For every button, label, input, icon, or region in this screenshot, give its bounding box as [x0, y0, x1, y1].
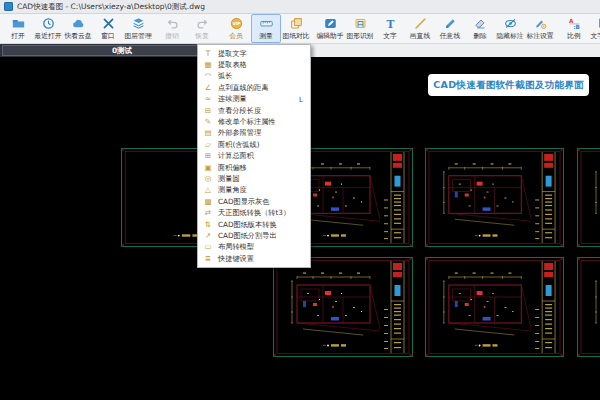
eraser-icon: [474, 17, 487, 30]
menu-item-shortcut: L: [293, 95, 303, 104]
floor-plan: [443, 163, 531, 225]
toolbar-button-layer-manager[interactable]: 图层管理: [123, 14, 153, 43]
redo-arrow-icon: [196, 17, 209, 30]
measure-ruler-icon: [260, 17, 273, 30]
menu-item-label: 查看分段长度: [218, 106, 261, 116]
toolbar-button-label: 撤销: [165, 31, 179, 41]
toolbar-button-label: 文字: [383, 31, 397, 41]
area-with-arc-icon: ▱: [203, 140, 213, 150]
toolbar-button-text-search[interactable]: 文字查找: [589, 14, 600, 43]
sheet-label: [323, 234, 346, 236]
menu-item-split-export[interactable]: ↗CAD图纸分割导出: [198, 230, 310, 241]
menu-item-layout-to-model[interactable]: ▭布局转模型: [198, 242, 310, 253]
menu-item-label: CAD图显示灰色: [218, 197, 269, 207]
toolbar-button-open[interactable]: 打开: [3, 14, 33, 43]
sheet-label: [174, 234, 198, 236]
menu-item-point-line-distance[interactable]: ∠点到直线的距离: [198, 82, 310, 93]
menu-item-modify-annotation[interactable]: ✎修改单个标注属性: [198, 116, 310, 127]
cad-sheet[interactable]: [577, 148, 600, 247]
cad-sheet[interactable]: [577, 257, 600, 357]
toolbar-button-text[interactable]: T文字: [375, 14, 405, 43]
window-icon: [102, 17, 115, 30]
floor-plan: [595, 163, 600, 225]
split-export-icon: ↗: [203, 231, 213, 241]
menu-item-area-with-arc[interactable]: ▱面积(含弧线): [198, 139, 310, 150]
cad-gray-display-icon: ▩: [203, 197, 213, 207]
toolbar-button-recent-open[interactable]: 最近打开: [33, 14, 63, 43]
edit-assistant-icon: [324, 17, 337, 30]
version-convert-icon: ⇅: [203, 220, 213, 230]
toolbar-button-scale[interactable]: A:B比例: [559, 14, 589, 43]
toolbar-button-undo: 撤销: [157, 14, 187, 43]
menu-item-extract-text[interactable]: T提取文字: [198, 48, 310, 59]
menu-item-label: 连续测量: [218, 94, 247, 104]
compare-sheets-icon: [290, 17, 303, 30]
title-bar: CAD快速看图 - C:\Users\xiezy-a\Desktop\0测试.d…: [0, 0, 600, 14]
menu-item-label: 外部参照管理: [218, 128, 261, 138]
toolbar-button-drawing-compare[interactable]: 图纸对比: [281, 14, 311, 43]
menu-item-measure-angle[interactable]: △测量角度: [198, 185, 310, 196]
menu-item-xref-manager[interactable]: ▤外部参照管理: [198, 128, 310, 139]
menu-item-measure-circle[interactable]: ◎测量圆: [198, 173, 310, 184]
menu-item-arc-length[interactable]: ◠弧长: [198, 71, 310, 82]
menu-item-label: 布局转模型: [218, 242, 254, 252]
menu-item-area-offset[interactable]: ▣面积偏移: [198, 162, 310, 173]
floor-plan: [595, 273, 600, 336]
extract-table-icon: ▦: [203, 60, 213, 70]
menu-item-label: 弧长: [218, 71, 232, 81]
menu-item-label: 面积(含弧线): [218, 140, 260, 150]
toolbar-button-edit-assistant[interactable]: 编辑助手: [315, 14, 345, 43]
toolbar-button-label: 测量: [259, 31, 273, 41]
continuous-measure-icon: ≈: [203, 94, 213, 104]
folder-open-icon: [12, 17, 25, 30]
toolbar-button-label: 文字查找: [590, 31, 600, 41]
menu-item-label: 测量角度: [218, 185, 247, 195]
menu-item-segment-length[interactable]: ⊟查看分段长度: [198, 105, 310, 116]
ab-ratio-icon: A:B: [568, 17, 581, 30]
toolbar-button-label: 画直线: [410, 31, 430, 41]
segment-length-icon: ⊟: [203, 106, 213, 116]
toolbar-button-window-fit[interactable]: 窗口: [93, 14, 123, 43]
toolbar-button-cloud-drive[interactable]: 快看云盘: [63, 14, 93, 43]
menu-item-total-area[interactable]: ⊞计算总面积: [198, 151, 310, 162]
app-icon: [4, 2, 13, 11]
undo-arrow-icon: [166, 17, 179, 30]
menu-item-label: 提取表格: [218, 60, 247, 70]
menu-item-label: 面积偏移: [218, 163, 247, 173]
svg-text:A: A: [569, 18, 574, 24]
title-block: [384, 261, 404, 353]
floor-plan: [291, 273, 380, 336]
menu-item-extract-table[interactable]: ▦提取表格: [198, 59, 310, 70]
toolbar-button-label: 隐藏标注: [496, 31, 523, 41]
area-offset-icon: ▣: [203, 163, 213, 173]
menu-item-shortcut-settings[interactable]: ≣快捷键设置: [198, 253, 310, 264]
toolbar-button-label: 最近打开: [34, 31, 61, 41]
menu-item-label: CAD图纸版本转换: [218, 220, 277, 230]
cad-sheet[interactable]: [425, 148, 564, 247]
toolbar-button-annotation-settings[interactable]: 标注设置: [525, 14, 555, 43]
menu-item-continuous-measure[interactable]: ≈连续测量L: [198, 94, 310, 105]
toolbar-button-vip-member[interactable]: VIP会员: [221, 14, 251, 43]
toolbar-button-draw-line[interactable]: 画直线: [405, 14, 435, 43]
toolbar-button-shape-recognition[interactable]: 图形识别: [345, 14, 375, 43]
layout-to-model-icon: ▭: [203, 242, 213, 252]
toolbar-button-free-line[interactable]: 任意线: [435, 14, 465, 43]
toolbar-button-hide-annotation[interactable]: 隐藏标注: [495, 14, 525, 43]
toolbar-button-label: 快看云盘: [64, 31, 91, 41]
toolbar-button-redo: 恢复: [187, 14, 217, 43]
menu-item-tianzheng-convert[interactable]: ⇄天正图纸转换（转t3）: [198, 207, 310, 218]
cad-sheet[interactable]: [273, 257, 413, 357]
text-t-icon: T: [384, 17, 397, 30]
toolbar-button-label: 图层管理: [124, 31, 151, 41]
arc-length-icon: ◠: [203, 71, 213, 81]
toolbar-button-delete[interactable]: 删除: [465, 14, 495, 43]
toolbar-button-measure[interactable]: 测量: [251, 14, 281, 43]
eye-slash-icon: [504, 17, 517, 30]
title-block: [535, 261, 555, 353]
sheet-label: [475, 344, 498, 346]
menu-item-version-convert[interactable]: ⇅CAD图纸版本转换: [198, 219, 310, 230]
menu-item-cad-gray-display[interactable]: ▩CAD图显示灰色: [198, 196, 310, 207]
cad-sheet[interactable]: [425, 257, 564, 357]
title-block: [535, 152, 555, 243]
toolbar-button-label: 图纸对比: [282, 31, 309, 41]
